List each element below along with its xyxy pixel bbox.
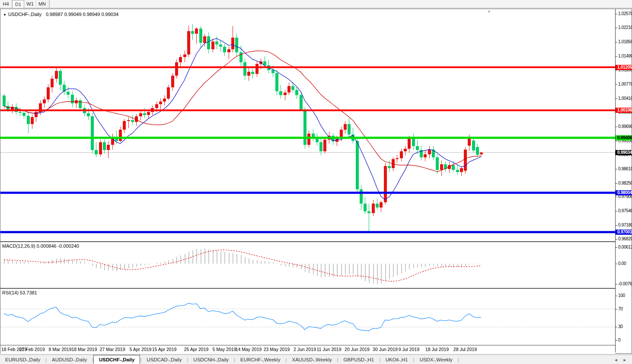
date-tick-label: 8 Mar 2019 — [48, 347, 71, 352]
chart-shift-marker-icon[interactable]: ▼ — [487, 10, 491, 14]
rsi-value: 53.7381 — [20, 290, 37, 295]
date-tick-label: 18 Jul 2019 — [425, 347, 449, 352]
timeframe-button-w1[interactable]: W1 — [24, 0, 36, 8]
date-tick-label: 27 Mar 2019 — [100, 347, 125, 352]
date-tick-label: 27 Feb 2019 — [19, 347, 45, 352]
tick-mark — [616, 211, 617, 211]
tab-eurusd-daily[interactable]: EURUSD-,Daily — [0, 356, 45, 364]
rsi-tick-label: 30 — [616, 324, 632, 329]
price-level-badge: 0.97001 — [616, 230, 632, 235]
horizontal-level-line — [0, 109, 615, 111]
chart-tabs-bar: EURUSD-,Daily|AUDUSD-,Daily|USDCHF-,Dail… — [0, 354, 632, 364]
tab-usdchf-daily[interactable]: USDCHF-,Daily — [93, 355, 140, 364]
price-level-badge: 1.01205 — [616, 65, 632, 70]
horizontal-level-line — [0, 192, 615, 194]
date-tick-label: 2 Jun 2019 — [294, 347, 316, 352]
price-tick-label: 1.00410 — [616, 96, 632, 101]
rsi-tick-label: 100 — [616, 293, 632, 298]
date-tick-label: 15 Apr 2019 — [152, 347, 177, 352]
tick-mark — [616, 70, 617, 70]
symbol-timeframe-label: USDCHF-,Daily — [8, 12, 41, 17]
current-price-badge: 0.99034 — [616, 150, 632, 155]
tick-mark — [616, 169, 617, 169]
horizontal-level-line — [0, 231, 615, 233]
price-level-badge: 0.99406 — [616, 135, 632, 140]
timeframe-button-h4[interactable]: H4 — [0, 0, 12, 8]
tab-separator: | — [458, 357, 459, 362]
macd-signal-value: -0.000240 — [57, 243, 79, 249]
timeframe-button-mn[interactable]: MN — [36, 0, 48, 8]
date-tick-label: 25 Apr 2019 — [184, 347, 209, 352]
date-tick-label: 20 Jun 2019 — [345, 347, 370, 352]
tick-mark — [616, 14, 617, 14]
timeframe-button-d1[interactable]: D1 — [12, 0, 24, 8]
date-axis[interactable]: 18 Feb 201927 Feb 20198 Mar 201918 Mar 2… — [0, 345, 615, 354]
tab-usdx-weekly[interactable]: USDX-,Weekly — [414, 356, 457, 364]
price-level-badge: 1.00106 — [616, 108, 632, 113]
tick-mark — [616, 28, 617, 28]
ohlc-values: 0.98987 0.99049 0.98949 0.99034 — [46, 12, 118, 17]
tick-mark — [616, 127, 617, 127]
ma-slow-line — [4, 51, 481, 172]
symbol-dropdown-icon[interactable]: ▼ — [3, 13, 6, 17]
rsi-line — [4, 303, 481, 331]
tick-mark — [616, 225, 617, 226]
price-tick-label: 0.99690 — [616, 124, 632, 129]
tick-mark — [616, 340, 617, 341]
chart-window: ▼USDCHF-,Daily0.98987 0.99049 0.98949 0.… — [0, 9, 632, 354]
tab-gbpusd-h1[interactable]: GBPUSD-,H1 — [338, 356, 379, 364]
date-tick-label: 23 May 2019 — [264, 347, 290, 352]
price-tick-label: 1.01850 — [616, 39, 632, 45]
price-tick-label: 1.01490 — [616, 54, 632, 59]
chart-title: ▼USDCHF-,Daily0.98987 0.99049 0.98949 0.… — [3, 12, 118, 17]
rsi-tick-label: 70 — [616, 307, 632, 312]
date-tick-label: 28 Jul 2019 — [453, 347, 477, 352]
price-tick-label: 0.97540 — [616, 208, 632, 214]
macd-zero-label: 0.00 — [616, 261, 632, 266]
tab-audusd-daily[interactable]: AUDUSD-,Daily — [47, 356, 92, 364]
tab-eurchf-weekly[interactable]: EURCHF-,Weekly — [235, 356, 285, 364]
tick-mark — [616, 99, 617, 99]
tick-mark — [616, 42, 617, 42]
tab-ukoil-h1[interactable]: UKOil-,H1 — [380, 356, 413, 364]
price-tick-label: 0.96820 — [616, 236, 632, 242]
mt4-window: H4D1W1MN ▼USDCHF-,Daily0.98987 0.99049 0… — [0, 0, 632, 364]
date-tick-label: 14 May 2019 — [236, 347, 262, 352]
date-tick-label: 9 Jul 2019 — [399, 347, 419, 352]
macd-max-label: 0.00613 — [616, 245, 632, 250]
date-tick-label: 18 Mar 2019 — [72, 347, 97, 352]
price-tick-label: 0.97180 — [616, 223, 632, 228]
price-tick-label: 1.02570 — [616, 11, 632, 16]
macd-pane[interactable]: MACD(12,26,9) 0.000846 -0.000240 — [0, 242, 615, 288]
tick-mark — [616, 309, 617, 310]
horizontal-level-line — [0, 67, 615, 68]
tick-mark — [616, 141, 617, 141]
rsi-tick-label: 0 — [616, 338, 632, 343]
tick-mark — [616, 247, 617, 248]
macd-label: MACD(12,26,9) 0.000846 -0.000240 — [2, 243, 79, 249]
tab-usdcnh-daily[interactable]: USDCNH-,Daily — [188, 356, 234, 364]
date-tick-label: 11 Jun 2019 — [316, 347, 341, 352]
price-tick-label: 0.98250 — [616, 181, 632, 186]
rsi-label: RSI(14) 53.7381 — [2, 290, 37, 295]
date-tick-label: 5 Apr 2019 — [130, 347, 152, 352]
tick-mark — [616, 284, 617, 284]
tab-scroll-arrows[interactable]: ◂ ▸ — [615, 357, 629, 363]
ma-fast-line — [4, 38, 481, 200]
tick-mark — [616, 296, 617, 296]
tab-usdcad-daily[interactable]: USDCAD-,Daily — [141, 356, 187, 364]
macd-min-label: -0.007612 — [616, 281, 632, 287]
rsi-pane[interactable]: RSI(14) 53.7381 — [0, 289, 615, 345]
price-axis[interactable]: 1.025701.022101.018501.014901.011301.007… — [615, 9, 632, 352]
tick-mark — [616, 327, 617, 327]
main-chart-pane[interactable]: ▼USDCHF-,Daily0.98987 0.99049 0.98949 0.… — [0, 10, 615, 241]
tick-mark — [616, 56, 617, 57]
price-tick-label: 1.02210 — [616, 25, 632, 30]
tick-mark — [616, 264, 617, 264]
tick-mark — [616, 197, 617, 197]
tab-xauusd-weekly[interactable]: XAUUSD-,Weekly — [287, 356, 337, 364]
price-tick-label: 1.00770 — [616, 82, 632, 87]
price-tick-label: 0.98610 — [616, 166, 632, 172]
macd-main-value: 0.000846 — [36, 243, 56, 249]
date-tick-label: 30 Jun 2019 — [373, 347, 398, 352]
